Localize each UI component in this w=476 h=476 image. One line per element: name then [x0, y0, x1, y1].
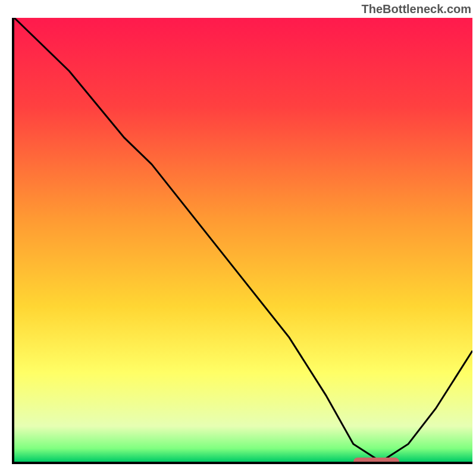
optimal-range-marker [353, 458, 399, 464]
bottleneck-curve [14, 18, 472, 462]
plot-area [12, 18, 472, 464]
curve-path [14, 18, 472, 462]
watermark-text: TheBottleneck.com [362, 2, 471, 16]
chart-container: TheBottleneck.com [0, 0, 476, 476]
